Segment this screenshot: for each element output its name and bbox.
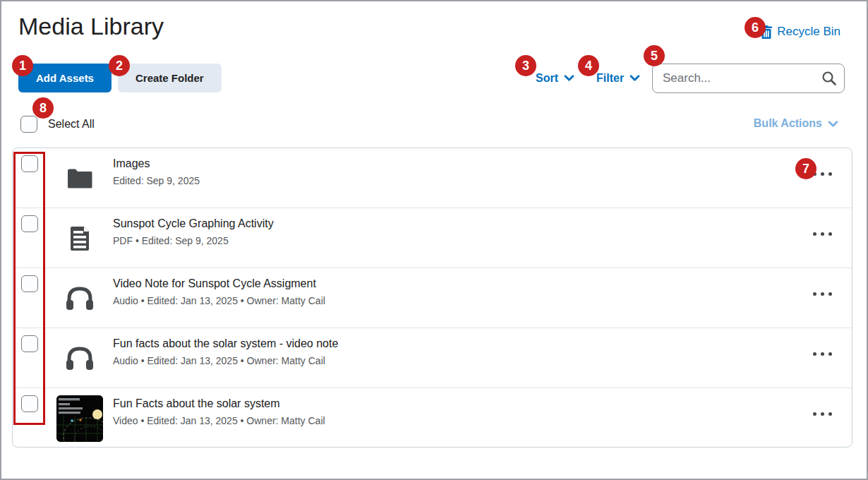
add-assets-button[interactable]: Add Assets bbox=[18, 64, 111, 92]
sort-dropdown[interactable]: Sort bbox=[536, 64, 574, 92]
row-actions-menu-icon[interactable] bbox=[809, 288, 836, 300]
asset-meta: Audio • Edited: Jan 13, 2025 • Owner: Ma… bbox=[113, 295, 325, 306]
search-input[interactable] bbox=[652, 64, 845, 93]
row-actions-menu-icon[interactable] bbox=[809, 408, 836, 420]
row-checkbox[interactable] bbox=[21, 335, 38, 352]
asset-list: Images Edited: Sep 9, 2025 Sunspot Cycle… bbox=[12, 148, 852, 448]
recycle-bin-label: Recycle Bin bbox=[777, 25, 840, 39]
asset-title: Video Note for Sunspot Cycle Assigment bbox=[113, 277, 325, 290]
asset-meta: PDF • Edited: Sep 9, 2025 bbox=[113, 235, 274, 246]
row-checkbox[interactable] bbox=[21, 155, 38, 172]
select-all-checkbox[interactable] bbox=[20, 116, 37, 133]
sort-label: Sort bbox=[536, 72, 558, 85]
headphones-icon bbox=[41, 328, 119, 388]
row-actions-menu-icon[interactable] bbox=[809, 348, 836, 360]
document-icon bbox=[41, 208, 119, 268]
filter-label: Filter bbox=[596, 72, 624, 85]
row-text: Fun Facts about the solar system Video •… bbox=[113, 397, 325, 426]
chevron-down-icon bbox=[629, 74, 640, 82]
list-item-fun-facts-video[interactable]: Fun Facts about the solar system Video •… bbox=[13, 388, 852, 448]
row-text: Sunspot Cycle Graphing Activity PDF • Ed… bbox=[113, 217, 274, 246]
search-icon[interactable] bbox=[821, 71, 837, 86]
list-item-images-folder[interactable]: Images Edited: Sep 9, 2025 bbox=[13, 148, 852, 208]
asset-title: Fun facts about the solar system - video… bbox=[113, 337, 338, 350]
create-folder-button[interactable]: Create Folder bbox=[118, 64, 222, 92]
trash-icon bbox=[761, 25, 772, 39]
row-text: Fun facts about the solar system - video… bbox=[113, 337, 338, 366]
video-thumbnail bbox=[41, 388, 119, 448]
chevron-down-icon bbox=[564, 74, 574, 82]
step-badge-3: 3 bbox=[515, 55, 536, 76]
asset-title: Sunspot Cycle Graphing Activity bbox=[113, 217, 274, 230]
list-item-fun-facts-video-note[interactable]: Fun facts about the solar system - video… bbox=[13, 328, 852, 388]
bulk-actions-dropdown[interactable]: Bulk Actions bbox=[754, 117, 838, 130]
filter-dropdown[interactable]: Filter bbox=[596, 64, 640, 92]
headphones-icon bbox=[41, 268, 119, 328]
row-text: Video Note for Sunspot Cycle Assigment A… bbox=[113, 277, 325, 306]
asset-meta: Audio • Edited: Jan 13, 2025 • Owner: Ma… bbox=[113, 355, 338, 366]
list-item-video-note-sunspot[interactable]: Video Note for Sunspot Cycle Assigment A… bbox=[13, 268, 852, 328]
row-actions-menu-icon[interactable] bbox=[809, 168, 836, 180]
row-checkbox[interactable] bbox=[21, 215, 38, 232]
row-checkbox[interactable] bbox=[21, 275, 38, 292]
asset-meta: Edited: Sep 9, 2025 bbox=[113, 175, 200, 186]
page-title: Media Library bbox=[18, 13, 164, 40]
select-all-label: Select All bbox=[48, 118, 95, 131]
row-actions-menu-icon[interactable] bbox=[809, 228, 836, 240]
folder-icon bbox=[41, 148, 119, 208]
list-item-pdf[interactable]: Sunspot Cycle Graphing Activity PDF • Ed… bbox=[13, 208, 852, 268]
asset-title: Images bbox=[113, 157, 200, 170]
asset-meta: Video • Edited: Jan 13, 2025 • Owner: Ma… bbox=[113, 415, 325, 426]
search-box bbox=[652, 64, 845, 93]
bulk-actions-label: Bulk Actions bbox=[754, 117, 822, 130]
row-checkbox[interactable] bbox=[21, 395, 38, 412]
step-badge-8: 8 bbox=[32, 97, 54, 119]
asset-title: Fun Facts about the solar system bbox=[113, 397, 325, 410]
chevron-down-icon bbox=[828, 120, 838, 128]
media-library-page: Media Library Recycle Bin Add Assets Cre… bbox=[0, 0, 868, 480]
row-text: Images Edited: Sep 9, 2025 bbox=[113, 157, 200, 186]
recycle-bin-link[interactable]: Recycle Bin bbox=[761, 25, 840, 39]
